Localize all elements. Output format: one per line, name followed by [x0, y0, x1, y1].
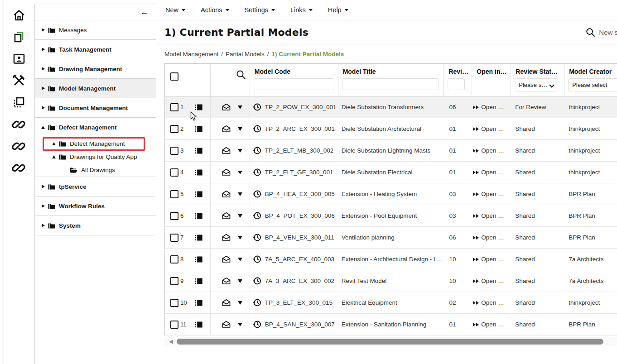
tree-item-workflow-rules[interactable]: Workflow Rules	[35, 196, 156, 216]
history-icon[interactable]	[253, 103, 261, 111]
open-in-link[interactable]: Open …	[472, 270, 511, 292]
history-icon[interactable]	[253, 298, 261, 307]
details-panel-icon[interactable]	[195, 191, 202, 197]
envelope-open-icon[interactable]	[222, 321, 231, 328]
history-icon[interactable]	[253, 125, 261, 133]
open-in-link[interactable]: Open …	[472, 162, 511, 183]
envelope-open-icon[interactable]	[222, 190, 231, 198]
tree-item-model-management[interactable]: Model Management	[35, 79, 156, 98]
triangle-right-icon[interactable]	[40, 204, 46, 208]
horizontal-scrollbar[interactable]	[164, 337, 617, 346]
row-checkbox[interactable]	[170, 234, 178, 242]
envelope-open-icon[interactable]	[222, 234, 231, 241]
open-in-link[interactable]: Open …	[472, 227, 511, 248]
home-icon[interactable]	[4, 5, 34, 26]
details-panel-icon[interactable]	[195, 235, 202, 241]
envelope-open-icon[interactable]	[222, 147, 231, 154]
details-panel-icon[interactable]	[195, 213, 202, 219]
triangle-right-icon[interactable]	[40, 224, 46, 227]
breadcrumb-segment[interactable]: Model Management	[164, 51, 218, 57]
row-menu-caret-icon[interactable]	[238, 171, 242, 174]
row-checkbox[interactable]	[170, 277, 178, 285]
model-code[interactable]: 7A_5_ARC_EX_400_003	[265, 256, 334, 263]
row-menu-caret-icon[interactable]	[238, 323, 242, 326]
model-title-filter-input[interactable]	[342, 78, 439, 90]
menu-new[interactable]: New	[165, 6, 185, 14]
model-code[interactable]: TP_2_ELT_MB_300_002	[265, 147, 333, 154]
tree-item-drawings-for-quality-app[interactable]: Drawings for Quality App	[35, 150, 156, 163]
details-panel-icon[interactable]	[195, 321, 202, 328]
menu-settings[interactable]: Settings	[245, 6, 275, 14]
row-checkbox[interactable]	[170, 321, 178, 329]
row-menu-caret-icon[interactable]	[238, 214, 242, 218]
open-in-link[interactable]: Open …	[472, 183, 511, 205]
row-menu-caret-icon[interactable]	[238, 192, 242, 196]
link-icon[interactable]	[4, 157, 34, 178]
tree-item-system[interactable]: System	[35, 216, 156, 235]
menu-help[interactable]: Help	[328, 6, 348, 14]
row-checkbox[interactable]	[170, 147, 178, 155]
model-code[interactable]: TP_2_ARC_EX_300_001	[265, 125, 335, 132]
model-code[interactable]: TP_2_POW_EX_300_001	[265, 104, 337, 110]
copy-icon[interactable]	[4, 26, 34, 48]
row-menu-caret-icon[interactable]	[238, 105, 242, 109]
envelope-open-icon[interactable]	[222, 255, 231, 263]
envelope-open-icon[interactable]	[222, 212, 231, 220]
breadcrumb-segment[interactable]: Partial Models	[226, 51, 265, 57]
history-icon[interactable]	[253, 320, 261, 329]
triangle-up-icon[interactable]	[51, 142, 57, 145]
details-panel-icon[interactable]	[195, 278, 202, 284]
menu-links[interactable]: Links	[290, 6, 313, 14]
history-icon[interactable]	[253, 146, 261, 155]
tree-item-document-management[interactable]: Document Management	[35, 98, 156, 118]
model-code[interactable]: BP_4_SAN_EX_300_007	[265, 321, 335, 328]
triangle-up-icon[interactable]	[40, 126, 46, 129]
open-in-link[interactable]: Open …	[472, 96, 511, 118]
details-panel-icon[interactable]	[195, 104, 202, 110]
model-code[interactable]: TP_2_ELT_GE_300_001	[265, 169, 333, 176]
row-menu-caret-icon[interactable]	[238, 149, 242, 153]
history-icon[interactable]	[253, 255, 261, 263]
row-menu-caret-icon[interactable]	[238, 301, 242, 305]
model-code[interactable]: TP_3_ELT_EX_300_015	[265, 299, 333, 306]
triangle-right-icon[interactable]	[40, 67, 46, 71]
envelope-open-icon[interactable]	[222, 168, 231, 176]
open-in-link[interactable]: Open …	[472, 314, 511, 335]
row-menu-caret-icon[interactable]	[238, 279, 242, 283]
envelope-open-icon[interactable]	[222, 299, 231, 307]
tree-item-all-drawings[interactable]: All Drawings	[35, 163, 156, 177]
history-icon[interactable]	[253, 211, 261, 220]
open-in-link[interactable]: Open …	[472, 205, 511, 226]
row-checkbox[interactable]	[170, 212, 178, 220]
tree-item-tpservice[interactable]: tpService	[35, 177, 156, 196]
tree-item-defect-management[interactable]: Defect Management	[35, 118, 156, 137]
row-menu-caret-icon[interactable]	[238, 258, 242, 261]
envelope-open-icon[interactable]	[222, 125, 231, 133]
tree-item-task-management[interactable]: Task Management	[35, 40, 156, 59]
model-code[interactable]: BP_4_HEA_EX_300_005	[265, 191, 335, 197]
revision-filter-input[interactable]	[448, 78, 465, 90]
details-panel-icon[interactable]	[195, 169, 202, 176]
model-code-filter-input[interactable]	[254, 78, 334, 90]
new-search-button[interactable]: New s	[586, 20, 617, 44]
snippet-icon[interactable]	[4, 91, 34, 113]
scrollbar-thumb[interactable]	[177, 339, 603, 345]
triangle-up-icon[interactable]	[51, 155, 57, 158]
collapse-panel-arrow-icon[interactable]: ←	[140, 7, 149, 17]
history-icon[interactable]	[253, 190, 261, 198]
link-icon[interactable]	[4, 113, 34, 135]
row-checkbox[interactable]	[170, 103, 178, 111]
envelope-open-icon[interactable]	[222, 103, 231, 111]
envelope-open-icon[interactable]	[222, 277, 231, 285]
triangle-right-icon[interactable]	[40, 28, 46, 32]
row-checkbox[interactable]	[170, 255, 178, 263]
select-all-checkbox[interactable]	[170, 72, 178, 81]
triangle-right-icon[interactable]	[40, 86, 46, 90]
search-icon[interactable]	[236, 70, 246, 80]
row-checkbox[interactable]	[170, 168, 178, 177]
tree-item-messages[interactable]: Messages	[35, 20, 156, 40]
triangle-right-icon[interactable]	[40, 106, 46, 110]
details-panel-icon[interactable]	[195, 300, 202, 306]
history-icon[interactable]	[253, 168, 261, 177]
row-checkbox[interactable]	[170, 125, 178, 133]
